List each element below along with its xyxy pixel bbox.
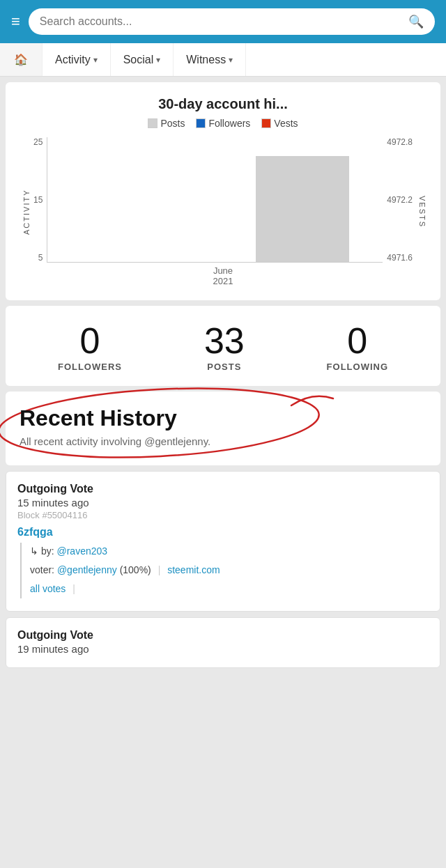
legend-vests-label: Vests	[274, 118, 298, 129]
chevron-down-icon: ▾	[229, 55, 233, 65]
activity-voter-line: voter: @gentlejenny (100%) | steemit.com	[30, 561, 429, 579]
activity-all-votes-link[interactable]: all votes	[30, 583, 66, 594]
activity-by-link[interactable]: @raven203	[56, 545, 107, 557]
legend-posts-label: Posts	[160, 118, 185, 129]
y-tick-right: 4972.8	[387, 137, 413, 147]
chart-plot	[47, 137, 383, 263]
nav-witness[interactable]: Witness ▾	[174, 43, 246, 76]
activity-block: Block #55004116	[17, 510, 429, 520]
home-icon: 🏠	[14, 53, 28, 66]
nav-witness-label: Witness	[186, 54, 226, 66]
nav-activity[interactable]: Activity ▾	[43, 43, 111, 76]
chart-inner: 25 15 5 4972.8 4972.2 4971.6 June 2021	[33, 137, 413, 286]
legend-vests-color	[261, 118, 271, 128]
activity-type-2: Outgoing Vote	[17, 629, 429, 642]
activity-card-1: Outgoing Vote 15 minutes ago Block #5500…	[6, 471, 440, 612]
activity-link[interactable]: 6zfqga	[17, 526, 429, 538]
following-label: FOLLOWING	[327, 362, 388, 372]
activity-type: Outgoing Vote	[17, 483, 429, 495]
stat-following: 0 FOLLOWING	[327, 323, 388, 372]
recent-history-title: Recent History	[20, 405, 177, 431]
activity-time-2: 19 minutes ago	[17, 643, 429, 655]
search-bar[interactable]: 🔍	[29, 8, 435, 35]
y-tick-right: 4972.2	[387, 195, 413, 205]
posts-count: 33	[204, 323, 245, 359]
legend-followers-label: Followers	[208, 118, 250, 129]
pipe-separator: |	[72, 583, 75, 594]
y-axis-left-label: ACTIVITY	[20, 137, 31, 286]
activity-voter-link[interactable]: @gentlejenny	[57, 564, 117, 575]
legend-vests: Vests	[261, 118, 298, 129]
legend-posts: Posts	[148, 118, 185, 129]
nav-home[interactable]: 🏠	[0, 43, 43, 76]
chart-wrap: ACTIVITY 25 15 5 4972.8 4972.2 4971.6 J	[20, 137, 426, 286]
chart-legend: Posts Followers Vests	[20, 118, 426, 129]
activity-card-2: Outgoing Vote 19 minutes ago	[6, 617, 440, 668]
y-tick: 25	[33, 137, 43, 147]
activity-ext-link[interactable]: steemit.com	[167, 564, 220, 575]
recent-history-subtitle: All recent activity involving @gentlejen…	[20, 435, 426, 447]
x-axis-label: June	[33, 265, 413, 276]
activity-by-line: ↳ by: @raven203	[30, 543, 429, 560]
followers-count: 0	[58, 323, 122, 359]
pipe-separator: |	[158, 564, 161, 575]
nav-social-label: Social	[123, 54, 154, 66]
y-axis-right-label: VESTS	[415, 137, 426, 286]
y-tick: 5	[38, 253, 43, 263]
x-axis-year: 2021	[33, 276, 413, 286]
nav-social[interactable]: Social ▾	[111, 43, 174, 76]
chart-bar	[256, 156, 350, 262]
y-tick: 15	[33, 195, 43, 205]
hamburger-icon[interactable]: ≡	[11, 13, 20, 31]
search-icon: 🔍	[408, 14, 424, 29]
search-input[interactable]	[40, 15, 403, 28]
activity-meta: ↳ by: @raven203 voter: @gentlejenny (100…	[20, 543, 429, 598]
y-ticks-right: 4972.8 4972.2 4971.6	[383, 137, 413, 263]
chart-section: 30-day account hi... Posts Followers Ves…	[6, 82, 440, 300]
following-count: 0	[327, 323, 388, 359]
main-nav: 🏠 Activity ▾ Social ▾ Witness ▾	[0, 43, 446, 77]
nav-activity-label: Activity	[55, 54, 91, 66]
chevron-down-icon: ▾	[93, 55, 98, 65]
chevron-down-icon: ▾	[156, 55, 160, 65]
stat-posts: 33 POSTS	[204, 323, 245, 372]
chart-title: 30-day account hi...	[20, 96, 426, 112]
activity-time: 15 minutes ago	[17, 497, 429, 509]
posts-label: POSTS	[204, 362, 245, 372]
app-header: ≡ 🔍	[0, 0, 446, 43]
activity-voter-pct: (100%)	[120, 564, 151, 575]
y-ticks-left: 25 15 5	[33, 137, 47, 263]
stat-followers: 0 FOLLOWERS	[58, 323, 122, 372]
followers-label: FOLLOWERS	[58, 362, 122, 372]
legend-followers: Followers	[196, 118, 250, 129]
stats-section: 0 FOLLOWERS 33 POSTS 0 FOLLOWING	[6, 306, 440, 386]
recent-history-section: Recent History All recent activity invol…	[6, 392, 440, 465]
y-tick-right: 4971.6	[387, 253, 413, 263]
legend-followers-color	[196, 118, 206, 128]
legend-posts-color	[148, 118, 157, 128]
activity-all-votes-line: all votes |	[30, 580, 429, 598]
chart-grid: 25 15 5 4972.8 4972.2 4971.6	[33, 137, 413, 263]
